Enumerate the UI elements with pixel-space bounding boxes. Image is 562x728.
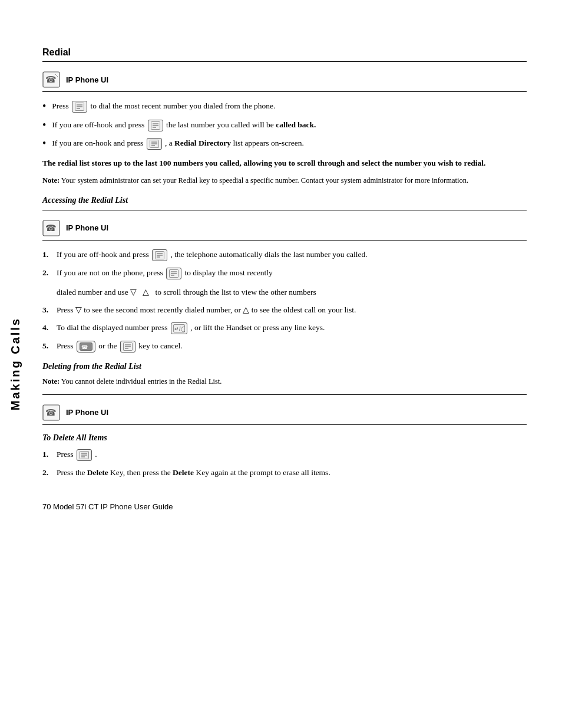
delete-step-2-num: 2. — [42, 467, 52, 479]
accessing-heading: Accessing the Redial List — [42, 196, 527, 205]
section-title: Redial — [42, 47, 527, 58]
bullet-text-2: If you are off-hook and press the last n… — [52, 119, 316, 131]
phone-icon-3: ☎ — [42, 404, 60, 421]
delete-steps: 1. Press . 2. — [42, 449, 527, 479]
svg-text:☎: ☎ — [45, 408, 57, 417]
page-wrapper: Making Calls Redial ☎ IP Phone UI • Pres… — [0, 0, 562, 728]
bullet-dot-1: • — [42, 100, 46, 113]
step-4: 4. To dial the displayed number press ↵/… — [42, 322, 527, 334]
step-5: 5. Press ☎ or the — [42, 340, 527, 353]
phone-icon-1: ☎ — [42, 71, 60, 88]
step-2-text: If you are not on the phone, press to di… — [57, 267, 273, 279]
accessing-steps-cont: 3. Press ▽ to see the second most recent… — [42, 304, 527, 353]
note-block-2: Note: You cannot delete individual entri… — [42, 376, 527, 387]
delete-step-1-num: 1. — [42, 449, 52, 460]
step-3-text: Press ▽ to see the second most recently … — [57, 304, 356, 316]
ip-phone-label-3: IP Phone UI — [66, 408, 108, 417]
main-content: Redial ☎ IP Phone UI • Press — [31, 0, 562, 728]
svg-text:☎: ☎ — [45, 75, 57, 84]
bullet-item-3: • If you are on-hook and press , a Redia… — [42, 137, 527, 150]
redial-key-step2 — [166, 268, 181, 279]
bullet-list: • Press to dial the most recent number y… — [42, 100, 527, 150]
svg-text:☎: ☎ — [45, 223, 57, 233]
footer: 70 Model 57i CT IP Phone User Guide — [42, 502, 527, 511]
note-label-2: Note: — [42, 377, 59, 386]
ip-phone-label-1: IP Phone UI — [66, 75, 108, 84]
redial-key-1 — [72, 101, 87, 113]
bullet-item-1: • Press to dial the most recent number y… — [42, 100, 527, 113]
handset-key: ☎ — [77, 341, 95, 353]
divider-1 — [42, 61, 527, 62]
paragraph-1: The redial list stores up to the last 10… — [42, 157, 527, 169]
bullet-dot-2: • — [42, 119, 46, 132]
delete-step-2-text: Press the Delete Key, then press the Del… — [57, 467, 330, 479]
step-2-num: 2. — [42, 267, 52, 279]
step-4-text: To dial the displayed number press ↵/◯ ,… — [57, 322, 325, 334]
deleting-heading: Deleting from the Redial List — [42, 362, 527, 371]
step-3-num: 3. — [42, 304, 52, 316]
note-text-1: Your system administrator can set your R… — [61, 176, 468, 185]
bullet-item-2: • If you are off-hook and press the last… — [42, 119, 527, 132]
step-2-sub: dialed number and use ▽ △ to scroll thro… — [57, 286, 527, 298]
bullet-text-1: Press to dial the most recent number you… — [52, 100, 275, 113]
ip-phone-banner-2: ☎ IP Phone UI — [42, 216, 527, 241]
redial-key-delete1 — [77, 449, 92, 461]
dial-key: ↵/◯ — [171, 322, 187, 334]
redial-key-step1 — [152, 249, 167, 261]
svg-text:↵/◯: ↵/◯ — [174, 326, 185, 332]
step-1: 1. If you are off-hook and press , the t… — [42, 249, 527, 261]
delete-step-2: 2. Press the Delete Key, then press the … — [42, 467, 527, 479]
accessing-steps: 1. If you are off-hook and press , the t… — [42, 249, 527, 279]
step-1-num: 1. — [42, 249, 52, 261]
step-1-text: If you are off-hook and press , the tele… — [57, 249, 368, 261]
bullet-text-3: If you are on-hook and press , a Redial … — [52, 137, 304, 150]
step-2: 2. If you are not on the phone, press to… — [42, 267, 527, 279]
svg-text:☎: ☎ — [81, 344, 88, 350]
sidebar-label: Making Calls — [9, 317, 22, 410]
step-5-text: Press ☎ or the — [57, 340, 183, 353]
step-5-num: 5. — [42, 340, 52, 352]
delete-step-1-text: Press . — [57, 449, 97, 461]
step-4-num: 4. — [42, 322, 52, 334]
phone-icon-2: ☎ — [42, 220, 60, 236]
redial-key-2 — [148, 120, 163, 131]
delete-step-1: 1. Press . — [42, 449, 527, 461]
divider-2 — [42, 210, 527, 210]
divider-3 — [42, 394, 527, 395]
step-3: 3. Press ▽ to see the second most recent… — [42, 304, 527, 316]
to-delete-heading: To Delete All Items — [42, 433, 527, 443]
note-label-1: Note: — [42, 176, 59, 185]
sidebar: Making Calls — [0, 0, 31, 728]
redial-key-3 — [147, 138, 162, 150]
ip-phone-label-2: IP Phone UI — [66, 223, 108, 232]
redial-key-step5 — [120, 341, 135, 353]
ip-phone-banner-1: ☎ IP Phone UI — [42, 68, 527, 92]
ip-phone-banner-3: ☎ IP Phone UI — [42, 401, 527, 425]
note-text-2: You cannot delete individual entries in … — [61, 377, 222, 386]
bullet-dot-3: • — [42, 137, 46, 150]
note-block-1: Note: Your system administrator can set … — [42, 175, 527, 186]
